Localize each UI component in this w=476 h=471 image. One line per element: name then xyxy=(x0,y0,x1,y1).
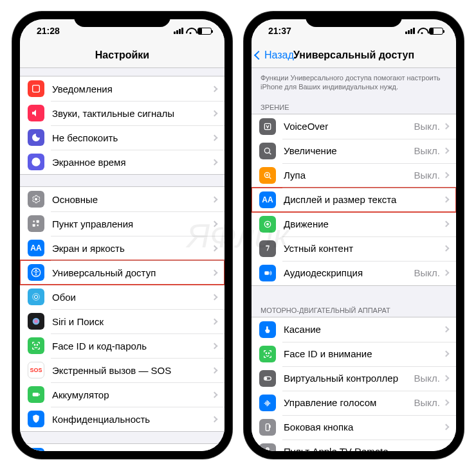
chevron-right-icon xyxy=(443,351,450,357)
status-indicators xyxy=(405,28,443,35)
settings-row[interactable]: Основные xyxy=(20,187,224,211)
row-value: Выкл. xyxy=(414,397,440,408)
chevron-right-icon xyxy=(443,172,450,179)
settings-row[interactable]: SOSЭкстренный вызов — SOS xyxy=(20,358,224,382)
svg-rect-14 xyxy=(39,394,40,396)
wallpaper-icon xyxy=(28,289,44,305)
row-label: Боковая кнопка xyxy=(284,422,444,432)
row-label: Управление голосом xyxy=(284,397,414,408)
row-value: Выкл. xyxy=(414,267,440,278)
settings-row[interactable]: Боковая кнопка xyxy=(252,415,456,440)
settings-row[interactable]: Касание xyxy=(252,317,456,342)
settings-row[interactable]: Не беспокоить xyxy=(20,125,224,150)
chevron-right-icon xyxy=(212,294,218,300)
settings-row[interactable]: Аккумулятор xyxy=(20,382,224,407)
chevron-right-icon xyxy=(212,159,218,165)
chevron-right-icon xyxy=(443,148,450,154)
svg-rect-4 xyxy=(37,220,39,223)
svg-point-2 xyxy=(33,220,35,222)
svg-point-5 xyxy=(37,224,39,226)
settings-row[interactable]: Звуки, тактильные сигналы xyxy=(20,101,224,125)
settings-list[interactable]: УведомленияЗвуки, тактильные сигналыНе б… xyxy=(20,68,224,451)
page-title: Универсальный доступ xyxy=(293,49,414,61)
svg-point-12 xyxy=(37,344,37,345)
chevron-right-icon xyxy=(212,342,218,349)
screen-right: 21:37 Назад Универсальный доступ Функции… xyxy=(252,19,456,451)
svg-point-10 xyxy=(33,318,40,325)
row-label: Звуки, тактильные сигналы xyxy=(52,108,212,119)
nav-bar: Назад Универсальный доступ xyxy=(252,42,456,68)
chevron-right-icon xyxy=(443,270,450,276)
accessibility-list[interactable]: Функции Универсального доступа помогают … xyxy=(252,68,456,451)
settings-row[interactable]: Face ID и внимание xyxy=(252,342,456,366)
settings-row[interactable]: AAДисплей и размер текста xyxy=(252,188,456,212)
svg-point-11 xyxy=(34,344,35,345)
row-label: Face ID и код-пароль xyxy=(52,341,212,351)
settings-row[interactable]: Пульт Apple TV Remote xyxy=(252,440,456,451)
settings-row[interactable]: УвеличениеВыкл. xyxy=(252,139,456,163)
settings-row[interactable]: АудиодескрипцияВыкл. xyxy=(252,261,456,285)
settings-row[interactable]: Обои xyxy=(20,285,224,309)
row-label: Уведомления xyxy=(52,84,212,94)
section-header: МОТОРНО-ДВИГАТЕЛЬНЫЙ АППАРАТ xyxy=(252,298,456,317)
settings-row[interactable]: Универсальный доступ xyxy=(20,260,224,285)
settings-row[interactable]: Виртуальный контроллерВыкл. xyxy=(252,366,456,391)
row-label: Обои xyxy=(52,292,212,303)
svg-point-18 xyxy=(264,148,270,153)
chevron-right-icon xyxy=(443,245,450,252)
settings-row[interactable]: Конфиденциальность xyxy=(20,407,224,431)
textsize-icon: AA xyxy=(259,191,276,208)
settings-group: КасаниеFace ID и вниманиеВиртуальный кон… xyxy=(252,317,456,451)
wifi-icon xyxy=(186,28,195,34)
settings-row[interactable]: Экранное время xyxy=(20,150,224,174)
settings-row[interactable]: Управление голосомВыкл. xyxy=(252,391,456,415)
privacy-icon xyxy=(28,411,44,427)
svg-point-23 xyxy=(266,353,266,353)
svg-point-9 xyxy=(33,294,40,301)
status-indicators xyxy=(174,28,212,35)
sos-icon: SOS xyxy=(28,362,44,378)
settings-row[interactable]: Движение xyxy=(252,212,456,236)
svg-point-8 xyxy=(34,295,37,298)
svg-rect-13 xyxy=(33,393,39,396)
row-label: Конфиденциальность xyxy=(52,414,212,425)
svg-point-1 xyxy=(35,198,37,200)
back-button[interactable]: Назад xyxy=(255,42,294,67)
chevron-right-icon xyxy=(212,269,218,276)
voice-icon xyxy=(259,395,276,411)
settings-row[interactable]: iTunes Store и App Store xyxy=(20,444,224,451)
row-label: Универсальный доступ xyxy=(52,267,212,278)
battery-icon xyxy=(197,28,212,35)
row-label: Экстренный вызов — SOS xyxy=(52,365,212,376)
svg-rect-3 xyxy=(33,224,35,227)
settings-row[interactable]: Siri и Поиск xyxy=(20,309,224,333)
settings-row[interactable]: Face ID и код-пароль xyxy=(20,333,224,358)
faceid2-icon xyxy=(259,346,276,362)
chevron-right-icon xyxy=(212,220,218,227)
voiceover-icon xyxy=(259,118,276,135)
settings-row[interactable]: Устный контент xyxy=(252,236,456,261)
sidebutton-icon xyxy=(259,419,276,436)
settings-row[interactable]: VoiceOverВыкл. xyxy=(252,114,456,139)
settings-row[interactable]: Пункт управления xyxy=(20,211,224,236)
svg-point-21 xyxy=(267,223,269,225)
settings-row[interactable]: AAЭкран и яркость xyxy=(20,236,224,260)
chevron-right-icon xyxy=(443,221,450,227)
sounds-icon xyxy=(28,105,44,121)
status-time: 21:28 xyxy=(37,26,60,36)
row-label: Движение xyxy=(284,218,444,229)
settings-row[interactable]: ЛупаВыкл. xyxy=(252,163,456,188)
appstore-icon xyxy=(28,448,44,451)
settings-row[interactable]: Уведомления xyxy=(20,76,224,101)
row-label: iTunes Store и App Store xyxy=(52,451,212,452)
row-value: Выкл. xyxy=(414,145,440,156)
signal-icon xyxy=(174,28,183,34)
row-value: Выкл. xyxy=(414,170,440,181)
back-label: Назад xyxy=(264,49,294,61)
row-label: Siri и Поиск xyxy=(52,316,212,327)
page-title: Настройки xyxy=(95,49,149,61)
section-header: ЗРЕНИЕ xyxy=(252,94,456,114)
row-label: Аккумулятор xyxy=(52,389,212,400)
settings-group: VoiceOverВыкл.УвеличениеВыкл.ЛупаВыкл.AA… xyxy=(252,114,456,286)
svg-rect-22 xyxy=(264,271,269,274)
